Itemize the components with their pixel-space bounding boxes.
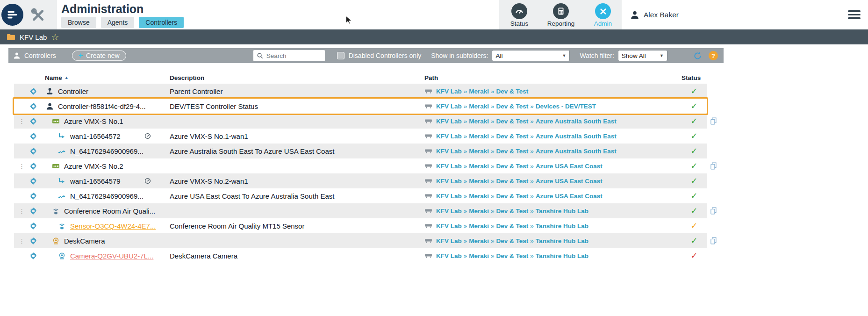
disabled-controllers-checkbox[interactable] bbox=[337, 52, 344, 59]
user-menu[interactable]: Alex Baker bbox=[630, 10, 679, 20]
path-crumb-link[interactable]: KFV Lab bbox=[436, 223, 462, 230]
path-crumb-link[interactable]: Meraki bbox=[469, 252, 489, 259]
table-row[interactable]: ⋮ Azure VMX-S No.1 KFV Lab»Meraki»Dev & … bbox=[14, 114, 707, 129]
row-settings-gear-icon[interactable] bbox=[29, 177, 37, 185]
path-crumb-link[interactable]: Dev & Test bbox=[496, 163, 529, 170]
path-crumb-link[interactable]: KFV Lab bbox=[436, 148, 462, 155]
path-crumb-link[interactable]: Dev & Test bbox=[496, 208, 529, 215]
path-crumb-link[interactable]: KFV Lab bbox=[436, 88, 462, 95]
path-crumb-link[interactable]: Azure USA East Coast bbox=[536, 163, 603, 170]
path-crumb-link[interactable]: Tanshire Hub Lab bbox=[536, 237, 588, 244]
status-button[interactable]: Status bbox=[502, 3, 537, 27]
path-crumb-link[interactable]: KFV Lab bbox=[436, 133, 462, 140]
path-crumb-link[interactable]: Dev & Test bbox=[496, 237, 529, 244]
copy-icon[interactable] bbox=[710, 207, 717, 215]
path-crumb-link[interactable]: Devices - DEV/TEST bbox=[536, 103, 596, 110]
path-crumb-link[interactable]: KFV Lab bbox=[436, 193, 462, 200]
tab-agents[interactable]: Agents bbox=[101, 17, 135, 28]
path-crumb-link[interactable]: Meraki bbox=[469, 133, 489, 140]
table-row[interactable]: ⋮ Azure VMX-S No.2 KFV Lab»Meraki»Dev & … bbox=[14, 158, 707, 173]
path-crumb-link[interactable]: Meraki bbox=[469, 178, 489, 185]
path-crumb-link[interactable]: Dev & Test bbox=[496, 103, 529, 110]
path-crumb-link[interactable]: Azure USA East Coast bbox=[536, 178, 603, 185]
path-crumb-link[interactable]: Tanshire Hub Lab bbox=[536, 223, 588, 230]
row-settings-gear-icon[interactable] bbox=[29, 117, 37, 125]
row-name[interactable]: Azure VMX-S No.1 bbox=[64, 117, 123, 125]
column-header-status[interactable]: Status bbox=[681, 74, 707, 81]
create-new-button[interactable]: + Create new bbox=[72, 50, 126, 61]
path-crumb-link[interactable]: Azure Australia South East bbox=[536, 148, 617, 155]
path-crumb-link[interactable]: KFV Lab bbox=[436, 103, 462, 110]
row-name[interactable]: Sensor-Q3CQ-4W24-4E7... bbox=[70, 222, 156, 230]
path-crumb-link[interactable]: Azure Australia South East bbox=[536, 133, 617, 140]
row-settings-gear-icon[interactable] bbox=[29, 252, 37, 260]
row-name[interactable]: Controller-f8581f4c-df29-4... bbox=[58, 102, 146, 110]
path-crumb-link[interactable]: Meraki bbox=[469, 237, 489, 244]
tab-controllers[interactable]: Controllers bbox=[139, 17, 184, 28]
path-crumb-link[interactable]: Dev & Test bbox=[496, 133, 529, 140]
refresh-button[interactable] bbox=[693, 51, 702, 60]
path-crumb-link[interactable]: KFV Lab bbox=[436, 178, 462, 185]
path-crumb-link[interactable]: Meraki bbox=[469, 163, 489, 170]
copy-icon[interactable] bbox=[710, 162, 717, 170]
row-name[interactable]: DeskCamera bbox=[64, 237, 105, 245]
table-row[interactable]: ⋮ Sensor-Q3CQ-4W24-4E7... Conference Roo… bbox=[14, 218, 707, 233]
subfolders-select[interactable]: All ▼ bbox=[492, 50, 570, 61]
path-crumb-link[interactable]: Azure USA East Coast bbox=[536, 193, 603, 200]
path-crumb-link[interactable]: Dev & Test bbox=[496, 193, 529, 200]
admin-button[interactable]: Admin bbox=[585, 3, 621, 27]
watch-filter-select[interactable]: Show All ▼ bbox=[618, 50, 667, 61]
table-row[interactable]: ⋮ wan1-16564579 Azure VMX-S No.2-wan1 KF… bbox=[14, 173, 707, 188]
row-name[interactable]: wan1-16564579 bbox=[70, 177, 121, 185]
row-settings-gear-icon[interactable] bbox=[29, 102, 37, 110]
row-name[interactable]: N_641762946900969... bbox=[70, 147, 143, 155]
column-header-description[interactable]: Description bbox=[170, 74, 424, 81]
table-row[interactable]: ⋮ wan1-16564572 Azure VMX-S No.1-wan1 KF… bbox=[14, 129, 707, 144]
path-crumb-link[interactable]: Meraki bbox=[469, 118, 489, 125]
row-name[interactable]: Conference Room Air Quali... bbox=[64, 207, 155, 215]
row-name[interactable]: Azure VMX-S No.2 bbox=[64, 162, 123, 170]
path-crumb-link[interactable]: Dev & Test bbox=[496, 118, 529, 125]
row-settings-gear-icon[interactable] bbox=[29, 207, 37, 215]
search-input[interactable] bbox=[265, 52, 322, 60]
row-name[interactable]: wan1-16564572 bbox=[70, 132, 121, 140]
row-settings-gear-icon[interactable] bbox=[29, 192, 37, 200]
help-button[interactable]: ? bbox=[709, 51, 718, 60]
drag-handle-icon[interactable]: ⋮ bbox=[19, 237, 25, 244]
row-settings-gear-icon[interactable] bbox=[29, 132, 37, 140]
path-crumb-link[interactable]: KFV Lab bbox=[436, 163, 462, 170]
favorite-star-icon[interactable]: ☆ bbox=[51, 33, 59, 42]
row-settings-gear-icon[interactable] bbox=[29, 87, 37, 95]
table-row[interactable]: ⋮ N_641762946900969... Azure USA East Co… bbox=[14, 188, 707, 203]
hamburger-menu-icon[interactable] bbox=[848, 10, 861, 19]
table-row[interactable]: ⋮ Camera-Q2GV-UBU2-7L... DeskCamera Came… bbox=[14, 248, 707, 263]
table-row[interactable]: ⋮ Controller-f8581f4c-df29-4... DEV/TEST… bbox=[14, 99, 707, 114]
path-crumb-link[interactable]: Dev & Test bbox=[496, 223, 529, 230]
path-crumb-link[interactable]: Meraki bbox=[469, 223, 489, 230]
row-settings-gear-icon[interactable] bbox=[29, 162, 37, 170]
copy-icon[interactable] bbox=[710, 237, 717, 244]
table-row[interactable]: ⋮ DeskCamera KFV Lab»Meraki»Dev & Test»T… bbox=[14, 233, 707, 248]
path-crumb-link[interactable]: KFV Lab bbox=[436, 252, 462, 259]
path-crumb-link[interactable]: KFV Lab bbox=[436, 237, 462, 244]
path-crumb-link[interactable]: Meraki bbox=[469, 148, 489, 155]
drag-handle-icon[interactable]: ⋮ bbox=[19, 118, 25, 125]
table-row[interactable]: ⋮ Conference Room Air Quali... KFV Lab»M… bbox=[14, 203, 707, 218]
row-name[interactable]: Controller bbox=[58, 87, 88, 95]
path-crumb-link[interactable]: Dev & Test bbox=[496, 252, 529, 259]
column-header-path[interactable]: Path bbox=[424, 74, 681, 81]
table-row[interactable]: ⋮ N_641762946900969... Azure Australia S… bbox=[14, 144, 707, 158]
path-crumb-link[interactable]: Tanshire Hub Lab bbox=[536, 252, 588, 259]
column-header-name[interactable]: Name bbox=[45, 74, 62, 81]
table-row[interactable]: ⋮ Controller Parent Controller KFV Lab»M… bbox=[14, 84, 707, 99]
path-crumb-link[interactable]: KFV Lab bbox=[436, 118, 462, 125]
row-name[interactable]: Camera-Q2GV-UBU2-7L... bbox=[70, 252, 153, 260]
row-settings-gear-icon[interactable] bbox=[29, 147, 37, 155]
breadcrumb-location[interactable]: KFV Lab bbox=[20, 33, 47, 41]
reporting-button[interactable]: Reporting bbox=[543, 3, 579, 27]
path-crumb-link[interactable]: Tanshire Hub Lab bbox=[536, 208, 588, 215]
path-crumb-link[interactable]: Dev & Test bbox=[496, 178, 529, 185]
disabled-controllers-label[interactable]: Disabled Controllers only bbox=[349, 52, 422, 59]
drag-handle-icon[interactable]: ⋮ bbox=[19, 208, 25, 215]
app-logo[interactable] bbox=[1, 4, 23, 26]
